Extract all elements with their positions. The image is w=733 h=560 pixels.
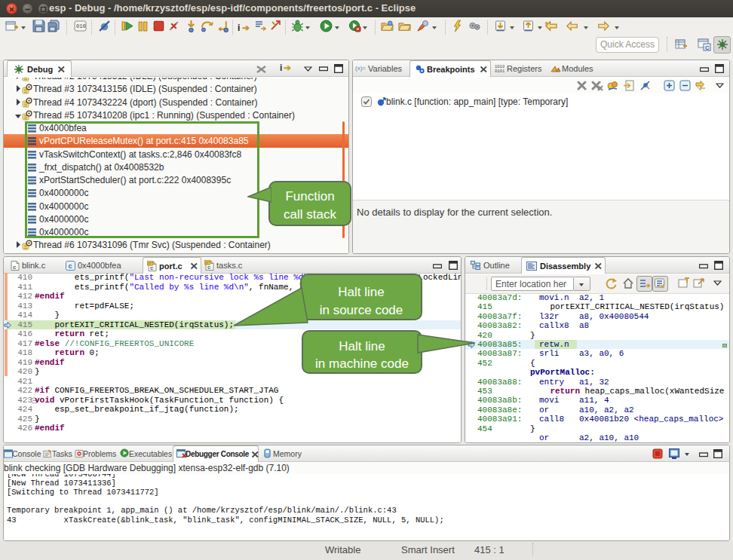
svg-text:0101: 0101 bbox=[495, 69, 505, 73]
svg-text:c: c bbox=[13, 264, 17, 271]
svg-text:c: c bbox=[69, 262, 72, 270]
svg-text:C: C bbox=[705, 44, 710, 51]
svg-text:010: 010 bbox=[76, 23, 86, 29]
